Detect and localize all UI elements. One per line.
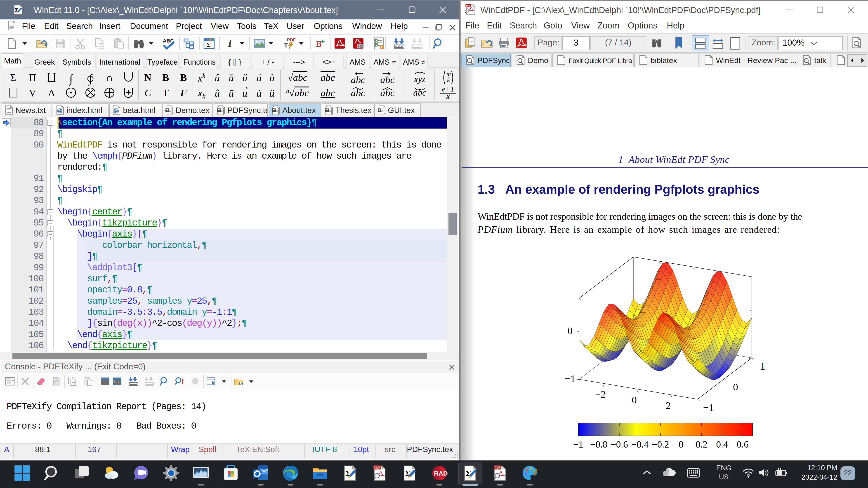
- svg-text:T: T: [284, 41, 288, 49]
- svg-text:!: !: [182, 377, 184, 386]
- svg-text:C:\: C:\: [114, 381, 119, 384]
- svg-text:0: 0: [632, 394, 637, 405]
- svg-text:0.4: 0.4: [716, 439, 728, 450]
- svg-text:T: T: [166, 109, 168, 112]
- svg-text:PDF: PDF: [466, 4, 471, 7]
- svg-text:T: T: [326, 109, 328, 112]
- svg-text:I: I: [228, 38, 232, 49]
- svg-text:0: 0: [679, 439, 683, 450]
- svg-text:0.2: 0.2: [695, 439, 708, 450]
- svg-text:0.6: 0.6: [737, 439, 749, 450]
- svg-text:−2: −2: [595, 389, 606, 400]
- svg-text:T: T: [218, 109, 220, 112]
- svg-text:B: B: [316, 39, 322, 48]
- svg-text:k: k: [447, 76, 450, 83]
- svg-text:−1: −1: [565, 373, 576, 384]
- svg-text:T: T: [379, 109, 380, 112]
- svg-text:1: 1: [760, 361, 765, 372]
- svg-text:−1: −1: [703, 402, 714, 413]
- svg-text:PDF: PDF: [287, 37, 296, 42]
- svg-text:−0.6: −0.6: [611, 439, 628, 450]
- svg-text:PDF: PDF: [495, 466, 500, 469]
- svg-text:T: T: [273, 109, 275, 112]
- svg-text:−0.2: −0.2: [652, 439, 669, 450]
- svg-text:2: 2: [666, 400, 671, 411]
- svg-text:RAD: RAD: [434, 470, 448, 477]
- svg-text:PDF: PDF: [374, 466, 380, 469]
- svg-text:Σ: Σ: [207, 41, 211, 48]
- svg-text:−1: −1: [573, 439, 583, 450]
- svg-text:0: 0: [733, 382, 738, 393]
- svg-text:−0.8: −0.8: [590, 439, 608, 450]
- svg-text:−0.4: −0.4: [631, 439, 649, 450]
- svg-text:0: 0: [567, 325, 572, 336]
